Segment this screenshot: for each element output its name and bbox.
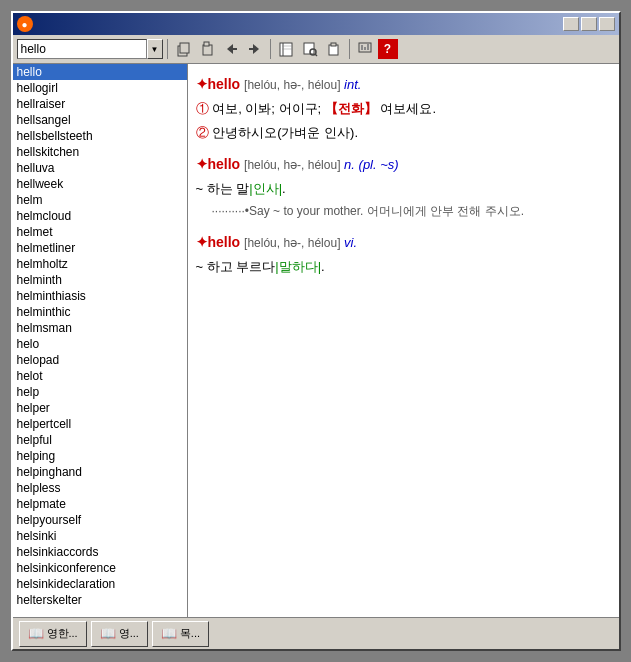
entry-1-num-1: ①	[196, 101, 213, 116]
word-item[interactable]: helpless	[13, 480, 187, 496]
entry-1-text-1: 여보, 이봐; 어이구;	[212, 101, 325, 116]
search-dict-button[interactable]	[299, 38, 321, 60]
main-window: ● ▼	[11, 11, 621, 651]
word-list[interactable]: hellohellogirlhellraiserhellsangelhellsb…	[13, 64, 187, 617]
word-item[interactable]: helmsman	[13, 320, 187, 336]
word-item[interactable]: helm	[13, 192, 187, 208]
close-button[interactable]	[599, 17, 615, 31]
bottom-button-0[interactable]: 📖영한...	[19, 621, 87, 647]
word-item[interactable]: helpmate	[13, 496, 187, 512]
bottom-button-2[interactable]: 📖목...	[152, 621, 209, 647]
word-item[interactable]: helterskelter	[13, 592, 187, 608]
svg-rect-3	[204, 42, 209, 46]
word-item[interactable]: hellweek	[13, 176, 187, 192]
main-area: hellohellogirlhellraiserhellsangelhellsb…	[13, 64, 619, 617]
bottom-btn-label-0: 영한...	[47, 626, 78, 641]
word-item[interactable]: helper	[13, 400, 187, 416]
entry-3-header: ✦hello [helóu, hə-, hélou] vi.	[196, 230, 611, 255]
svg-rect-8	[280, 43, 292, 56]
bottom-btn-icon-1: 📖	[100, 626, 116, 641]
word-item[interactable]: helmcloud	[13, 208, 187, 224]
clip-button[interactable]	[323, 38, 345, 60]
word-item[interactable]: helsinkideclaration	[13, 576, 187, 592]
separator-2	[270, 39, 271, 59]
word-item[interactable]: helpful	[13, 432, 187, 448]
bottom-bar: 📖영한...📖영...📖목...	[13, 617, 619, 649]
forward-button[interactable]	[244, 38, 266, 60]
word-list-panel: hellohellogirlhellraiserhellsangelhellsb…	[13, 64, 188, 617]
maximize-button[interactable]	[581, 17, 597, 31]
entry-3-pron: [helóu, hə-, hélou]	[244, 236, 340, 250]
title-buttons	[563, 17, 615, 31]
back-button[interactable]	[220, 38, 242, 60]
word-item[interactable]: helmetliner	[13, 240, 187, 256]
entry-1-num-2: ②	[196, 125, 213, 140]
entry-1-bracket: 【전화】	[325, 101, 377, 116]
word-item[interactable]: helminth	[13, 272, 187, 288]
copy-button[interactable]	[172, 38, 194, 60]
help-button[interactable]: ?	[378, 39, 398, 59]
word-item[interactable]: helluva	[13, 160, 187, 176]
entry-2-tilde: ~ 하는 말|인사|.	[196, 177, 611, 200]
word-item[interactable]: hellsbellsteeth	[13, 128, 187, 144]
word-item[interactable]: helopad	[13, 352, 187, 368]
word-item[interactable]: hello	[13, 64, 187, 80]
entry-2-example: ··········•Say ~ to your mother. 어머니에게 안…	[196, 201, 611, 223]
bottom-btn-icon-0: 📖	[28, 626, 44, 641]
word-item[interactable]: hellskitchen	[13, 144, 187, 160]
content-panel: ✦hello [helóu, hə-, hélou] int. ① 여보, 이봐…	[188, 64, 619, 617]
toolbar: ▼	[13, 35, 619, 64]
search-input[interactable]	[17, 39, 147, 59]
minimize-button[interactable]	[563, 17, 579, 31]
bottom-button-1[interactable]: 📖영...	[91, 621, 148, 647]
entry-1-word: ✦hello	[196, 76, 245, 92]
word-item[interactable]: helot	[13, 368, 187, 384]
word-item[interactable]: hellsangel	[13, 112, 187, 128]
entry-3-tilde: ~ 하고 부르다|말하다|.	[196, 255, 611, 278]
bottom-btn-label-2: 목...	[180, 626, 200, 641]
svg-rect-19	[364, 47, 366, 50]
word-item[interactable]: hellogirl	[13, 80, 187, 96]
word-item[interactable]: helminthiasis	[13, 288, 187, 304]
entry-1-text-1b: 여보세요.	[377, 101, 436, 116]
entry-1-text-2: 안녕하시오(가벼운 인사).	[212, 125, 358, 140]
paste-button[interactable]	[196, 38, 218, 60]
word-item[interactable]: helo	[13, 336, 187, 352]
entry-3-bracket: |말하다|	[275, 259, 321, 274]
word-item[interactable]: hellraiser	[13, 96, 187, 112]
entry-1-header: ✦hello [helóu, hə-, hélou] int.	[196, 72, 611, 97]
entry-1-def-2: ② 안녕하시오(가벼운 인사).	[196, 121, 611, 144]
app-icon: ●	[17, 16, 33, 32]
word-item[interactable]: helmholtz	[13, 256, 187, 272]
entry-2-pos: n. (pl. ~s)	[344, 157, 399, 172]
svg-rect-7	[249, 48, 254, 50]
entry-1-def-1: ① 여보, 이봐; 어이구; 【전화】 여보세요.	[196, 97, 611, 120]
word-item[interactable]: helsinki	[13, 528, 187, 544]
word-item[interactable]: helsinkiaccords	[13, 544, 187, 560]
word-item[interactable]: helpertcell	[13, 416, 187, 432]
svg-rect-1	[180, 43, 189, 53]
svg-rect-5	[232, 48, 237, 50]
dropdown-button[interactable]: ▼	[147, 39, 163, 59]
bottom-btn-icon-2: 📖	[161, 626, 177, 641]
word-item[interactable]: helpinghand	[13, 464, 187, 480]
svg-rect-16	[331, 43, 336, 46]
entry-1-pos: int.	[344, 77, 361, 92]
settings-button[interactable]	[354, 38, 376, 60]
word-item[interactable]: helsinkiconference	[13, 560, 187, 576]
word-item[interactable]: helpyourself	[13, 512, 187, 528]
entry-2-bracket: |인사|	[249, 181, 282, 196]
word-item[interactable]: help	[13, 384, 187, 400]
entry-1-pron: [helóu, hə-, hélou]	[244, 78, 340, 92]
dict-button[interactable]	[275, 38, 297, 60]
entry-1: ✦hello [helóu, hə-, hélou] int. ① 여보, 이봐…	[196, 72, 611, 144]
word-item[interactable]: helmet	[13, 224, 187, 240]
separator-3	[349, 39, 350, 59]
word-item[interactable]: helminthic	[13, 304, 187, 320]
entry-2: ✦hello [helóu, hə-, hélou] n. (pl. ~s) ~…	[196, 152, 611, 222]
separator-1	[167, 39, 168, 59]
bottom-btn-label-1: 영...	[119, 626, 139, 641]
word-item[interactable]: helping	[13, 448, 187, 464]
svg-rect-20	[367, 44, 369, 50]
entry-3-pos: vi.	[344, 235, 357, 250]
